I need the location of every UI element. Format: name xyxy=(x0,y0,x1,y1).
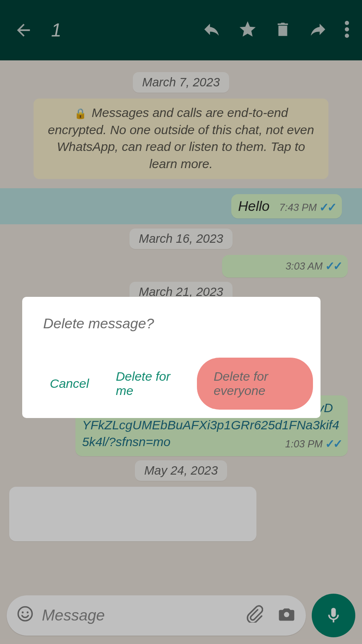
back-button[interactable] xyxy=(8,15,39,45)
selection-header: 1 xyxy=(0,0,362,60)
read-ticks-icon: ✓✓ xyxy=(319,200,335,214)
cancel-button[interactable]: Cancel xyxy=(47,369,91,398)
date-chip: March 7, 2023 xyxy=(133,72,229,93)
attach-icon[interactable] xyxy=(246,605,263,626)
delete-icon[interactable] xyxy=(274,20,292,41)
svg-point-2 xyxy=(345,34,349,38)
message-input[interactable]: Message xyxy=(7,595,306,636)
svg-point-5 xyxy=(27,611,29,613)
delete-dialog: Delete message? Cancel Delete for me Del… xyxy=(22,297,321,418)
message-bubble[interactable]: 3:03 AM ✓✓ xyxy=(222,255,348,278)
encryption-text: Messages and calls are end-to-end encryp… xyxy=(48,106,314,171)
input-bar: Message xyxy=(7,594,355,637)
svg-point-6 xyxy=(284,612,289,617)
message-placeholder: Message xyxy=(42,607,239,624)
reply-icon[interactable] xyxy=(202,20,221,41)
read-ticks-icon: ✓✓ xyxy=(325,259,341,273)
svg-point-0 xyxy=(345,21,349,25)
lock-icon: 🔒 xyxy=(74,108,87,119)
message-text: Hello xyxy=(238,198,269,214)
delete-for-me-button[interactable]: Delete for me xyxy=(113,362,175,405)
message-time: 3:03 AM xyxy=(286,260,323,272)
read-ticks-icon: ✓✓ xyxy=(325,436,341,452)
svg-point-1 xyxy=(345,27,349,31)
message-bubble[interactable]: Hello 7:43 PM ✓✓ xyxy=(231,194,342,218)
message-time: 1:03 PM xyxy=(285,437,323,451)
message-bubble-incoming[interactable] xyxy=(9,487,256,541)
star-icon[interactable] xyxy=(238,20,257,41)
svg-point-4 xyxy=(22,611,24,613)
camera-icon[interactable] xyxy=(277,605,296,627)
more-icon[interactable] xyxy=(344,20,349,41)
svg-point-3 xyxy=(18,607,32,621)
date-chip: March 16, 2023 xyxy=(129,229,233,249)
delete-for-everyone-button[interactable]: Delete for everyone xyxy=(197,358,313,410)
selected-message-row[interactable]: Hello 7:43 PM ✓✓ xyxy=(0,188,362,224)
forward-icon[interactable] xyxy=(308,20,328,41)
message-time: 7:43 PM xyxy=(279,202,317,213)
emoji-icon[interactable] xyxy=(17,605,34,626)
date-chip: May 24, 2023 xyxy=(135,460,227,481)
mic-button[interactable] xyxy=(312,594,355,637)
selection-count: 1 xyxy=(51,20,61,41)
header-actions xyxy=(202,20,349,41)
encryption-banner[interactable]: 🔒 Messages and calls are end-to-end encr… xyxy=(34,99,328,179)
dialog-title: Delete message? xyxy=(43,315,309,332)
